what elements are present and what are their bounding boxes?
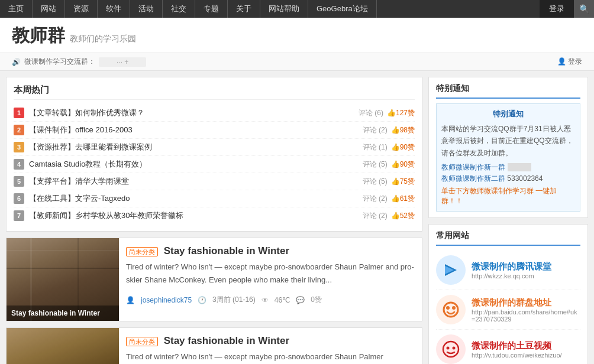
hot-comment-3: 评论 (1) [363,142,388,152]
article-excerpt-1: Tired of winter? Who isn't — except mayb… [126,261,415,287]
rank-badge-5: 5 [14,176,24,187]
nav-special[interactable]: 专题 [195,0,228,18]
notice-body: 本网站的学习交流QQ群于7月31日被人恶意举报后被封，目前正在重建QQ交流群，请… [441,123,575,159]
notice-cta: 单击下方教师微课制作学习群 一键加群！！ [441,186,575,206]
site-title: 教师群 [12,24,65,48]
hot-title-1[interactable]: 【文章转载】如何制作优秀微课？ [29,108,354,118]
article-time-1: 3周前 (01-16) [212,295,256,305]
nav-login-button[interactable]: 登录 [540,0,574,18]
nav-about[interactable]: 关于 [228,0,260,18]
nav-resource[interactable]: 资源 [65,0,98,18]
article-thumbnail-1: Stay fashionable in Winter [7,238,119,321]
svg-point-4 [452,306,456,310]
hot-item: 3 【资源推荐】去哪里能看到微课案例 评论 (1) 👍90赞 [14,139,415,156]
site-name-baidu: 微课制作的群盘地址 [472,297,580,308]
hot-votes-5: 👍75赞 [391,177,415,187]
svg-point-5 [443,342,459,357]
site-item-tudou[interactable]: 微课制作的土豆视频 http://v.tudou.com/weikezhizuo… [436,330,580,364]
nav-social[interactable]: 社交 [163,0,195,18]
hot-title-2[interactable]: 【课件制作】office 2016-2003 [29,125,358,135]
site-icon-tudou [436,334,466,364]
article-card-1: Stay fashionable in Winter 尚未分类 Stay fas… [6,238,422,321]
hot-votes-4: 👍90赞 [391,160,415,170]
hot-item: 1 【文章转载】如何制作优秀微课？ 评论 (6) 👍127赞 [14,105,415,122]
clock-icon: 🕐 [198,296,206,304]
hot-comment-4: 评论 (5) [363,160,388,170]
nav-activity[interactable]: 活动 [130,0,163,18]
site-icon-baidu [436,295,466,324]
site-header: 教师群 教师们的学习乐园 [0,18,594,53]
hot-title-3[interactable]: 【资源推荐】去哪里能看到微课案例 [29,142,358,152]
site-name-tencent: 微课制作的腾讯课堂 [472,261,580,272]
common-sites-title: 常用网站 [436,230,580,246]
article-author-1[interactable]: josephinedick75 [141,296,192,304]
hot-votes-2: 👍98赞 [391,125,415,135]
site-url-tencent: http://wkzz.ke.qq.com [472,272,580,280]
hot-votes-6: 👍61赞 [391,194,415,204]
rank-badge-2: 2 [14,125,24,135]
nav-help[interactable]: 网站帮助 [260,0,308,18]
site-url-tudou: http://v.tudou.com/weikezhizuo/ [472,352,580,359]
article-title-1[interactable]: Stay fashionable in Winter [164,245,289,256]
notice-group-2-num: 533002364 [507,174,543,183]
hot-votes-1: 👍127赞 [387,108,415,118]
svg-point-2 [444,303,458,317]
article-title-2[interactable]: Stay fashionable in Winter [164,335,289,346]
hot-title-7[interactable]: 【教师新闻】乡村学校从教30年教师荣誉徽标 [29,210,358,221]
hot-item: 6 【在线工具】文字云-Tagxedo 评论 (2) 👍61赞 [14,190,415,207]
eye-icon: 👁 [262,296,269,304]
rank-badge-1: 1 [14,108,24,118]
hot-comment-2: 评论 (2) [363,125,388,135]
site-item-tencent[interactable]: 微课制作的腾讯课堂 http://wkzz.ke.qq.com [436,251,580,290]
hot-item: 2 【课件制作】office 2016-2003 评论 (2) 👍98赞 [14,122,415,139]
rank-badge-6: 6 [14,193,24,204]
hot-item: 5 【支撑平台】清华大学雨课堂 评论 (5) 👍75赞 [14,173,415,190]
hot-title-6[interactable]: 【在线工具】文字云-Tagxedo [29,193,358,204]
speaker-icon: 🔊 [12,58,21,66]
header-login-link[interactable]: 👤 登录 [557,57,582,67]
notice-group-1-num [508,163,531,171]
search-icon[interactable]: 🔍 [574,0,594,18]
hot-comment-7: 评论 (2) [363,211,388,221]
hot-title-5[interactable]: 【支撑平台】清华大学雨课堂 [29,176,358,187]
common-sites-box: 常用网站 微课制作的腾讯课堂 http://wkzz.ke.qq.com [428,224,588,364]
article-body-1: 尚未分类 Stay fashionable in Winter Tired of… [119,238,422,321]
notice-section-title: 特别通知 [436,83,580,99]
hot-comment-1: 评论 (6) [359,108,383,118]
nav-home[interactable]: 主页 [0,0,33,18]
sidebar: 特别通知 特别通知 本网站的学习交流QQ群于7月31日被人恶意举报后被封，目前正… [428,77,588,364]
article-excerpt-2: Tired of winter? Who isn't — except mayb… [126,350,415,363]
hot-votes-3: 👍90赞 [391,142,415,152]
notice-group-2: 教师微课制作新二群 533002364 [441,174,575,184]
article-votes-1: 0赞 [311,295,322,305]
nav-software[interactable]: 软件 [98,0,130,18]
notice-group-2-label[interactable]: 教师微课制作新二群 [441,174,505,183]
svg-point-3 [446,306,450,310]
site-item-baidu[interactable]: 微课制作的群盘地址 http://pan.baidu.com/share/hom… [436,290,580,330]
hot-section: 本周热门 1 【文章转载】如何制作优秀微课？ 评论 (6) 👍127赞 2 【课… [6,77,422,232]
nav-item-home[interactable]: 主页 网站 资源 软件 活动 社交 专题 关于 网站帮助 GeoGebra论坛 … [0,0,594,18]
hot-title-4[interactable]: Camtasia Studio教程（长期有效） [29,159,358,170]
notice-inner-title: 特别通知 [441,109,575,119]
site-info-tencent: 微课制作的腾讯课堂 http://wkzz.ke.qq.com [472,261,580,280]
site-url-baidu: http://pan.baidu.com/share/home#uk=23707… [472,308,580,323]
article-category-tag-1: 尚未分类 [126,247,158,256]
hot-comment-6: 评论 (2) [363,194,388,204]
qq-groups[interactable]: ··· + [99,57,146,67]
site-subtitle: 教师们的学习乐园 [70,34,136,44]
comment-icon-1: 💬 [296,296,305,304]
rank-badge-4: 4 [14,159,24,170]
thumb-overlay-1: Stay fashionable in Winter [7,306,119,321]
hot-list: 1 【文章转载】如何制作优秀微课？ 评论 (6) 👍127赞 2 【课件制作】o… [14,105,415,224]
nav-geogebra[interactable]: GeoGebra论坛 [308,0,377,18]
svg-point-6 [447,347,450,350]
notice-group-1-label[interactable]: 教师微课制作新一群 [441,163,505,171]
hot-section-title: 本周热门 [14,84,415,100]
site-info-tudou: 微课制作的土豆视频 http://v.tudou.com/weikezhizuo… [472,340,580,359]
qq-bar: 🔊 微课制作学习交流群： ··· + 👤 登录 [0,53,594,71]
article-card-2: 尚未分类 Stay fashionable in Winter Tired of… [6,327,422,364]
hot-comment-5: 评论 (5) [363,177,388,187]
nav-site[interactable]: 网站 [33,0,65,18]
site-name-tudou: 微课制作的土豆视频 [472,340,580,352]
notice-inner-box: 特别通知 本网站的学习交流QQ群于7月31日被人恶意举报后被封，目前正在重建QQ… [436,103,580,212]
